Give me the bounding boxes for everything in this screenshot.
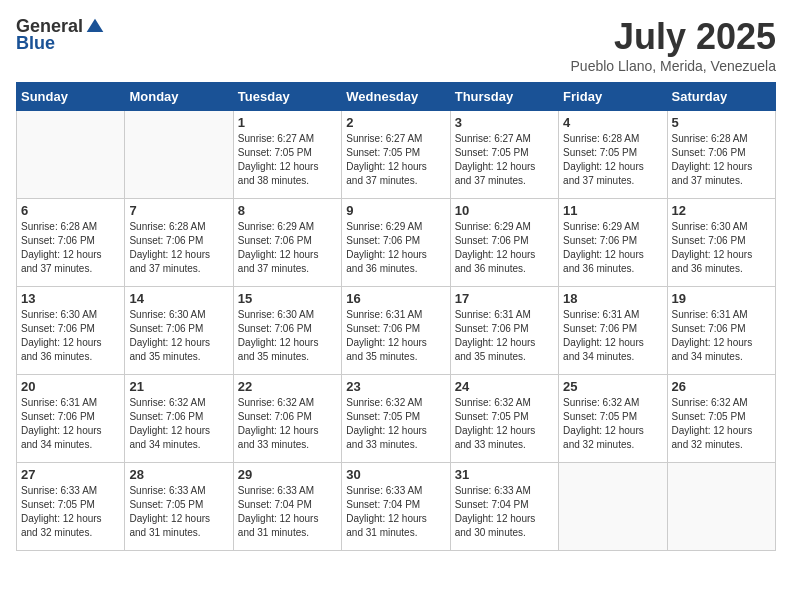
day-number: 12 [672,203,771,218]
calendar-cell: 30Sunrise: 6:33 AM Sunset: 7:04 PM Dayli… [342,463,450,551]
calendar-cell: 18Sunrise: 6:31 AM Sunset: 7:06 PM Dayli… [559,287,667,375]
calendar-cell [125,111,233,199]
calendar-header-sunday: Sunday [17,83,125,111]
day-info: Sunrise: 6:32 AM Sunset: 7:05 PM Dayligh… [455,396,554,452]
calendar-cell: 31Sunrise: 6:33 AM Sunset: 7:04 PM Dayli… [450,463,558,551]
calendar-cell: 15Sunrise: 6:30 AM Sunset: 7:06 PM Dayli… [233,287,341,375]
calendar-cell: 9Sunrise: 6:29 AM Sunset: 7:06 PM Daylig… [342,199,450,287]
day-info: Sunrise: 6:27 AM Sunset: 7:05 PM Dayligh… [455,132,554,188]
day-number: 3 [455,115,554,130]
day-info: Sunrise: 6:32 AM Sunset: 7:06 PM Dayligh… [129,396,228,452]
day-number: 21 [129,379,228,394]
location: Pueblo Llano, Merida, Venezuela [571,58,776,74]
calendar-cell: 3Sunrise: 6:27 AM Sunset: 7:05 PM Daylig… [450,111,558,199]
day-number: 31 [455,467,554,482]
day-number: 4 [563,115,662,130]
day-number: 13 [21,291,120,306]
calendar-cell: 20Sunrise: 6:31 AM Sunset: 7:06 PM Dayli… [17,375,125,463]
day-info: Sunrise: 6:31 AM Sunset: 7:06 PM Dayligh… [672,308,771,364]
day-number: 19 [672,291,771,306]
day-info: Sunrise: 6:29 AM Sunset: 7:06 PM Dayligh… [455,220,554,276]
day-number: 8 [238,203,337,218]
day-number: 16 [346,291,445,306]
title-section: July 2025 Pueblo Llano, Merida, Venezuel… [571,16,776,74]
calendar-cell: 1Sunrise: 6:27 AM Sunset: 7:05 PM Daylig… [233,111,341,199]
calendar-cell: 13Sunrise: 6:30 AM Sunset: 7:06 PM Dayli… [17,287,125,375]
calendar-cell: 4Sunrise: 6:28 AM Sunset: 7:05 PM Daylig… [559,111,667,199]
logo: General Blue [16,16,105,54]
calendar-header-thursday: Thursday [450,83,558,111]
calendar-week-4: 20Sunrise: 6:31 AM Sunset: 7:06 PM Dayli… [17,375,776,463]
calendar-header-monday: Monday [125,83,233,111]
calendar-cell: 8Sunrise: 6:29 AM Sunset: 7:06 PM Daylig… [233,199,341,287]
calendar-cell: 27Sunrise: 6:33 AM Sunset: 7:05 PM Dayli… [17,463,125,551]
day-info: Sunrise: 6:31 AM Sunset: 7:06 PM Dayligh… [21,396,120,452]
calendar-week-1: 1Sunrise: 6:27 AM Sunset: 7:05 PM Daylig… [17,111,776,199]
day-info: Sunrise: 6:33 AM Sunset: 7:04 PM Dayligh… [238,484,337,540]
day-info: Sunrise: 6:29 AM Sunset: 7:06 PM Dayligh… [563,220,662,276]
day-number: 7 [129,203,228,218]
calendar-cell: 19Sunrise: 6:31 AM Sunset: 7:06 PM Dayli… [667,287,775,375]
calendar-cell: 5Sunrise: 6:28 AM Sunset: 7:06 PM Daylig… [667,111,775,199]
svg-marker-0 [87,18,104,31]
day-number: 11 [563,203,662,218]
day-info: Sunrise: 6:32 AM Sunset: 7:06 PM Dayligh… [238,396,337,452]
day-number: 1 [238,115,337,130]
day-info: Sunrise: 6:28 AM Sunset: 7:06 PM Dayligh… [129,220,228,276]
day-number: 25 [563,379,662,394]
calendar-cell: 12Sunrise: 6:30 AM Sunset: 7:06 PM Dayli… [667,199,775,287]
day-number: 17 [455,291,554,306]
day-number: 6 [21,203,120,218]
day-number: 29 [238,467,337,482]
day-info: Sunrise: 6:27 AM Sunset: 7:05 PM Dayligh… [346,132,445,188]
calendar-cell: 14Sunrise: 6:30 AM Sunset: 7:06 PM Dayli… [125,287,233,375]
day-number: 15 [238,291,337,306]
day-number: 22 [238,379,337,394]
day-info: Sunrise: 6:32 AM Sunset: 7:05 PM Dayligh… [563,396,662,452]
calendar-table: SundayMondayTuesdayWednesdayThursdayFrid… [16,82,776,551]
day-info: Sunrise: 6:30 AM Sunset: 7:06 PM Dayligh… [672,220,771,276]
day-info: Sunrise: 6:28 AM Sunset: 7:06 PM Dayligh… [21,220,120,276]
calendar-week-2: 6Sunrise: 6:28 AM Sunset: 7:06 PM Daylig… [17,199,776,287]
day-number: 24 [455,379,554,394]
day-info: Sunrise: 6:32 AM Sunset: 7:05 PM Dayligh… [346,396,445,452]
calendar-cell: 7Sunrise: 6:28 AM Sunset: 7:06 PM Daylig… [125,199,233,287]
calendar-header-saturday: Saturday [667,83,775,111]
day-number: 20 [21,379,120,394]
calendar-cell: 6Sunrise: 6:28 AM Sunset: 7:06 PM Daylig… [17,199,125,287]
calendar-header-tuesday: Tuesday [233,83,341,111]
day-number: 28 [129,467,228,482]
calendar-cell: 11Sunrise: 6:29 AM Sunset: 7:06 PM Dayli… [559,199,667,287]
logo-blue: Blue [16,33,55,54]
day-info: Sunrise: 6:31 AM Sunset: 7:06 PM Dayligh… [455,308,554,364]
day-info: Sunrise: 6:27 AM Sunset: 7:05 PM Dayligh… [238,132,337,188]
day-number: 30 [346,467,445,482]
calendar-cell: 22Sunrise: 6:32 AM Sunset: 7:06 PM Dayli… [233,375,341,463]
calendar-header-row: SundayMondayTuesdayWednesdayThursdayFrid… [17,83,776,111]
day-info: Sunrise: 6:33 AM Sunset: 7:04 PM Dayligh… [346,484,445,540]
day-number: 14 [129,291,228,306]
calendar-cell: 26Sunrise: 6:32 AM Sunset: 7:05 PM Dayli… [667,375,775,463]
day-info: Sunrise: 6:30 AM Sunset: 7:06 PM Dayligh… [21,308,120,364]
month-title: July 2025 [571,16,776,58]
calendar-cell: 28Sunrise: 6:33 AM Sunset: 7:05 PM Dayli… [125,463,233,551]
calendar-header-friday: Friday [559,83,667,111]
calendar-week-3: 13Sunrise: 6:30 AM Sunset: 7:06 PM Dayli… [17,287,776,375]
calendar-cell: 21Sunrise: 6:32 AM Sunset: 7:06 PM Dayli… [125,375,233,463]
day-number: 2 [346,115,445,130]
day-number: 10 [455,203,554,218]
calendar-cell: 16Sunrise: 6:31 AM Sunset: 7:06 PM Dayli… [342,287,450,375]
calendar-cell: 23Sunrise: 6:32 AM Sunset: 7:05 PM Dayli… [342,375,450,463]
day-info: Sunrise: 6:33 AM Sunset: 7:05 PM Dayligh… [129,484,228,540]
calendar-cell: 2Sunrise: 6:27 AM Sunset: 7:05 PM Daylig… [342,111,450,199]
calendar-cell: 17Sunrise: 6:31 AM Sunset: 7:06 PM Dayli… [450,287,558,375]
day-info: Sunrise: 6:29 AM Sunset: 7:06 PM Dayligh… [346,220,445,276]
logo-icon [85,17,105,37]
day-info: Sunrise: 6:28 AM Sunset: 7:06 PM Dayligh… [672,132,771,188]
day-number: 27 [21,467,120,482]
calendar-cell: 29Sunrise: 6:33 AM Sunset: 7:04 PM Dayli… [233,463,341,551]
day-number: 5 [672,115,771,130]
calendar-cell [559,463,667,551]
calendar-cell [17,111,125,199]
day-info: Sunrise: 6:30 AM Sunset: 7:06 PM Dayligh… [238,308,337,364]
